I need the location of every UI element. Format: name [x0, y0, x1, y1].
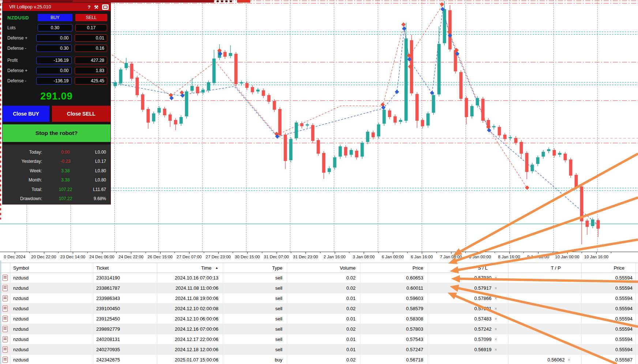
stop-robot-button[interactable]: Stop the robot?: [3, 124, 110, 142]
remove-sl-icon[interactable]: ×: [494, 326, 497, 332]
panel-row: Profit-136.19427.28: [6, 56, 107, 64]
remove-sl-icon[interactable]: ×: [494, 316, 497, 322]
cell-ticket: 240270935: [93, 345, 157, 354]
axis-tick: [87, 252, 88, 253]
table-row[interactable]: nzdusd2338617872024.11.08 11:00:06sell0.…: [0, 283, 638, 293]
table-row[interactable]: nzdusd2303141902024.10.16 07:00:13sell0.…: [0, 273, 638, 283]
cell-volume: 0.01: [287, 334, 360, 344]
cell-sl: 0.57242×: [428, 324, 508, 334]
buy-field[interactable]: -136.19: [36, 77, 72, 85]
cell-current-price: 0.55594: [582, 304, 636, 314]
stat-row: Week:3.38L0.80: [4, 166, 106, 176]
axis-date-label: 24 Dec 06:00: [89, 255, 114, 259]
table-row[interactable]: nzdusd2402709352024.12.18 12:00:06sell0.…: [0, 345, 638, 355]
axis-tick: [509, 252, 510, 254]
cell-tp: [508, 283, 582, 293]
axis-tick: [523, 252, 524, 253]
close-sell-button[interactable]: Close SELL: [52, 106, 110, 122]
remove-tp-icon[interactable]: ×: [567, 357, 570, 363]
tools-icon[interactable]: ⚒: [94, 4, 98, 10]
cell-current-price: 0.55594: [582, 314, 636, 324]
sell-field[interactable]: 0.01: [75, 34, 107, 42]
table-row[interactable]: nzdusd2398927792024.12.16 07:00:06sell0.…: [0, 324, 638, 334]
column-header-volume[interactable]: Volume: [287, 263, 360, 273]
order-icon: [3, 305, 8, 312]
axis-tick: [596, 252, 597, 254]
ea-panel: VR Lollipop v.25.010 ? ⚒ NZDUSD BUY SELL…: [3, 3, 110, 204]
cell-ticket: 239892779: [93, 324, 157, 334]
remove-sl-icon[interactable]: ×: [494, 306, 497, 311]
sell-field[interactable]: 1.83: [75, 67, 107, 74]
column-header-tp[interactable]: T / P: [508, 263, 582, 273]
ea-statistics: Today:0.00L0.00Yesterday:-0.23L0.17Week:…: [3, 145, 110, 204]
column-header-ticket[interactable]: Ticket: [93, 263, 157, 273]
order-icon: [3, 336, 8, 342]
cell-ticket: 233861787: [93, 283, 157, 293]
ea-panel-titlebar[interactable]: VR Lollipop v.25.010 ? ⚒: [3, 3, 110, 11]
stat-right-value: L0.80: [82, 177, 106, 183]
axis-date-label: 27 Dec 07:00: [177, 255, 202, 259]
column-header-sl[interactable]: S / L: [428, 263, 508, 273]
buy-field[interactable]: 0.00: [36, 67, 72, 74]
table-row[interactable]: nzdusd2402081312024.12.17 22:00:06sell0.…: [0, 334, 638, 345]
axis-tick: [451, 252, 451, 254]
cell-current-price: 0.55594: [582, 324, 636, 334]
buy-field[interactable]: -136.19: [36, 57, 72, 64]
buy-field[interactable]: 0.30: [36, 45, 72, 52]
cell-symbol: nzdusd: [10, 334, 93, 344]
stat-value: 0.00: [49, 150, 82, 155]
cell-time: 2024.12.10 02:00:08: [157, 304, 223, 314]
column-header-time[interactable]: Time▲: [157, 263, 223, 273]
sell-button[interactable]: SELL: [75, 14, 107, 21]
buy-field[interactable]: 0.00: [36, 34, 72, 42]
cell-symbol: nzdusd: [10, 293, 93, 303]
column-header-price[interactable]: Price: [360, 263, 428, 273]
axis-tick: [436, 252, 437, 253]
remove-sl-icon[interactable]: ×: [494, 285, 497, 291]
table-row[interactable]: nzdusd2423426752025.01.07 15:00:06buy0.0…: [0, 355, 638, 364]
axis-tick: [247, 252, 248, 254]
axis-tick: [305, 252, 306, 254]
table-row[interactable]: nzdusd2391004502024.12.10 02:00:08sell0.…: [0, 304, 638, 314]
sell-field[interactable]: 427.28: [75, 57, 107, 64]
time-axis: 0 Dec 202420 Dec 22:0023 Dec 14:0024 Dec…: [0, 252, 638, 263]
cell-tp: [508, 304, 582, 314]
help-icon[interactable]: ?: [87, 4, 90, 10]
stat-right-value: L0.00: [82, 150, 106, 155]
cell-tp: [508, 293, 582, 303]
sell-field[interactable]: 0.17: [75, 24, 107, 31]
table-row[interactable]: nzdusd2339863432024.11.08 19:00:06sell0.…: [0, 293, 638, 304]
axis-date-label: 30 Dec 15:00: [235, 255, 260, 259]
axis-tick: [131, 252, 131, 254]
remove-sl-icon[interactable]: ×: [494, 275, 497, 281]
buy-field[interactable]: 0.30: [38, 24, 72, 31]
axis-tick: [364, 252, 364, 254]
axis-date-label: 27 Dec 23:00: [206, 255, 230, 259]
stat-value: 3.38: [49, 168, 82, 173]
table-row[interactable]: nzdusd2391254502024.12.10 06:00:06sell0.…: [0, 314, 638, 324]
column-header-symbol[interactable]: Symbol: [10, 263, 93, 273]
column-header-type[interactable]: Type: [223, 263, 287, 273]
stat-value: -0.23: [49, 159, 82, 164]
remove-sl-icon[interactable]: ×: [494, 337, 497, 342]
axis-date-label: 24 Dec 22:00: [119, 255, 143, 259]
axis-date-label: 8 Jan 00:00: [469, 255, 491, 259]
cell-price: 0.57247: [360, 345, 428, 354]
stat-label: Month:: [4, 177, 42, 183]
sell-field[interactable]: 425.45: [75, 77, 107, 85]
close-buy-button[interactable]: Close BUY: [3, 106, 49, 122]
axis-date-label: 23 Dec 14:00: [60, 255, 85, 259]
remove-sl-icon[interactable]: ×: [494, 347, 497, 352]
column-header-price2[interactable]: Price: [582, 263, 636, 273]
cell-type: sell: [223, 345, 287, 354]
axis-tick: [102, 252, 102, 254]
sell-field[interactable]: 0.16: [75, 45, 107, 52]
stat-row: Yesterday:-0.23L0.17: [4, 157, 106, 166]
restore-window-icon[interactable]: [102, 4, 109, 10]
panel-row-label: Lots: [6, 25, 38, 30]
remove-sl-icon[interactable]: ×: [494, 296, 497, 301]
cell-sl: 0.57917×: [428, 283, 508, 293]
axis-date-label: 10 Jan 00:00: [555, 255, 579, 259]
buy-button[interactable]: BUY: [38, 14, 72, 21]
cell-sl: 0.57099×: [428, 334, 508, 344]
